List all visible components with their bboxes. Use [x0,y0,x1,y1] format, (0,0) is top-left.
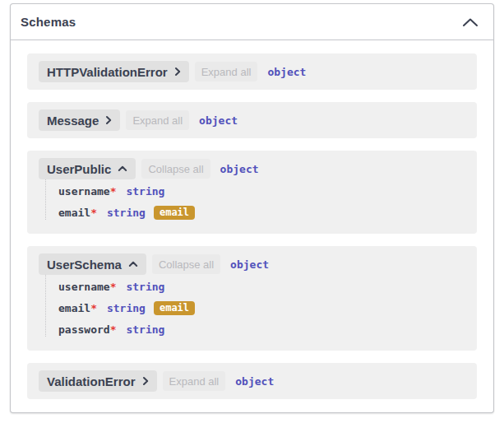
schemas-panel: Schemas HTTPValidationErrorExpand allobj… [10,3,494,413]
chevron-up-icon [128,261,138,267]
expand-all-button[interactable]: Expand all [126,110,189,130]
schema-toggle-button[interactable]: UserSchema [39,253,146,275]
schema-card: UserPublicCollapse allobjectusername*str… [27,151,477,234]
schema-name: UserPublic [47,162,111,176]
required-star: * [110,323,117,336]
schema-properties: username*stringemail*stringemail [45,179,465,220]
schema-type: object [199,114,238,127]
property-type: string [126,185,164,198]
property-type: string [107,207,146,219]
chevron-right-icon [105,115,112,125]
schema-type: object [267,66,306,78]
property-row: username*string [58,184,465,198]
schema-properties: username*stringemail*stringemailpassword… [45,275,465,337]
chevron-right-icon [142,376,149,386]
schema-card-header: ValidationErrorExpand allobject [39,370,465,392]
property-type: string [126,281,164,293]
property-name: password* [58,323,116,336]
schema-card: ValidationErrorExpand allobject [27,363,477,399]
schema-type: object [230,258,269,271]
schema-name: HTTPValidationError [47,65,168,79]
schema-type: object [220,163,259,175]
property-row: email*stringemail [58,300,465,315]
schema-card: MessageExpand allobject [27,102,477,138]
required-star: * [90,302,97,314]
property-name: email* [58,302,97,314]
schema-card: HTTPValidationErrorExpand allobject [27,53,477,90]
property-type: string [107,302,146,314]
schema-card: UserSchemaCollapse allobjectusername*str… [27,246,477,351]
schema-card-header: HTTPValidationErrorExpand allobject [39,61,465,82]
property-name: email* [58,207,97,219]
property-name: username* [58,281,116,293]
collapse-all-button[interactable]: Collapse all [152,254,220,274]
property-format-badge: email [154,206,195,220]
expand-all-button[interactable]: Expand all [163,371,226,391]
schemas-section-title: Schemas [21,15,461,29]
schema-name: Message [47,114,99,128]
required-star: * [110,185,117,198]
expand-all-button[interactable]: Expand all [195,62,258,81]
schema-type: object [235,375,274,388]
schemas-list: HTTPValidationErrorExpand allobjectMessa… [11,40,493,412]
schema-name: UserSchema [47,258,122,272]
schema-name: ValidationError [47,374,136,388]
property-format-badge: email [154,301,195,315]
schema-toggle-button[interactable]: UserPublic [39,158,136,179]
required-star: * [110,281,117,293]
schemas-section-header[interactable]: Schemas [11,4,493,40]
required-star: * [90,207,97,219]
property-row: email*stringemail [58,205,465,220]
property-row: password*string [58,322,465,337]
property-name: username* [58,185,116,198]
schema-card-header: UserPublicCollapse allobject [39,158,465,179]
chevron-right-icon [174,67,181,77]
schema-toggle-button[interactable]: ValidationError [39,370,157,392]
collapse-all-button[interactable]: Collapse all [141,159,210,179]
schema-toggle-button[interactable]: Message [39,109,120,131]
property-row: username*string [58,279,465,294]
property-type: string [126,323,164,336]
schema-card-header: UserSchemaCollapse allobject [39,253,465,275]
schema-card-header: MessageExpand allobject [39,109,465,131]
chevron-up-icon[interactable] [461,13,479,31]
chevron-up-icon [118,165,127,172]
schema-toggle-button[interactable]: HTTPValidationError [39,61,189,82]
page: Schemas HTTPValidationErrorExpand allobj… [0,0,504,423]
